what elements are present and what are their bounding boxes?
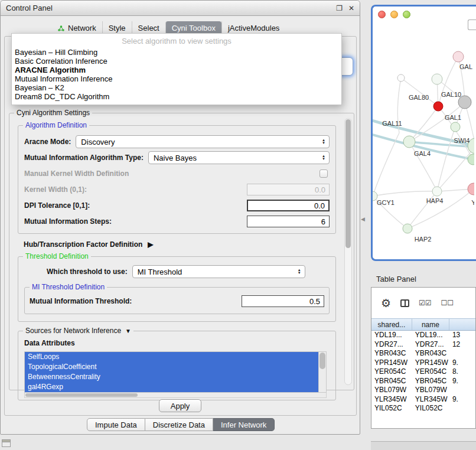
column-header-3[interactable] [449, 319, 475, 330]
dropdown-item-dream8[interactable]: Dream8 DC_TDC Algorithm [12, 92, 341, 101]
cell[interactable] [449, 349, 475, 358]
network-node[interactable] [432, 74, 442, 84]
mi-type-combobox[interactable]: Naive Bayes ▲▼ [148, 151, 330, 164]
table-row[interactable]: YDL19... YDL19... 13 [371, 331, 475, 340]
table-row[interactable]: YPR145W YPR145W 9. [371, 358, 475, 368]
cell[interactable]: YPR145W [371, 358, 412, 368]
scrollbar-thumb[interactable] [319, 353, 325, 369]
network-node[interactable] [468, 154, 474, 165]
scrollbar-thumb[interactable] [25, 393, 138, 397]
cell[interactable]: 9. [449, 358, 475, 368]
tab-infer-network[interactable]: Infer Network [213, 418, 275, 431]
dpi-tolerance-field[interactable]: 0.0 [247, 200, 330, 211]
table-row[interactable]: YBR045C YBR045C 9. [371, 377, 475, 386]
dpi-tolerance-row: DPI Tolerance [0,1]: 0.0 [24, 199, 330, 212]
cell[interactable]: 13 [449, 331, 475, 340]
combobox-value: Naive Bayes [154, 154, 197, 162]
tab-impute-data[interactable]: Impute Data [87, 418, 145, 431]
apply-button[interactable]: Apply [159, 399, 201, 412]
column-header-shared[interactable]: shared... [371, 319, 412, 330]
algorithm-definition-group: Algorithm Definition Aracne Mode: Discov… [18, 125, 336, 234]
network-node[interactable] [403, 136, 415, 148]
mi-threshold-field[interactable]: 0.5 [242, 295, 324, 307]
dpi-tolerance-label: DPI Tolerance [0,1]: [24, 201, 90, 210]
zoom-traffic-light[interactable] [403, 11, 410, 18]
which-threshold-combobox[interactable]: MI Threshold ▲▼ [132, 265, 305, 278]
cell[interactable] [449, 386, 475, 395]
collapse-right-icon[interactable]: ▶ [148, 240, 153, 249]
desktop: Control Panel ❐ ✕ Network Style Select C… [0, 0, 476, 450]
dropdown-item-basic-correlation[interactable]: Basic Correlation Inference [12, 57, 341, 66]
cell[interactable]: YDR27... [371, 340, 412, 350]
table-row[interactable]: YBL079W YBL079W [371, 386, 475, 395]
list-vertical-scrollbar[interactable] [318, 352, 326, 392]
list-item-selfloops[interactable]: SelfLoops [25, 352, 318, 362]
cell[interactable] [449, 404, 475, 413]
cell[interactable]: 9. [449, 377, 475, 386]
cell[interactable]: YLR345W [412, 395, 449, 405]
cell[interactable]: YER054C [371, 367, 412, 377]
cell[interactable]: 9. [449, 395, 475, 405]
table-row[interactable]: YDR27... YDR27... 12 [371, 340, 475, 350]
tab-discretize-data[interactable]: Discretize Data [145, 418, 213, 431]
cell[interactable]: YBR045C [412, 377, 449, 386]
dropdown-item-aracne[interactable]: ARACNE Algorithm [12, 66, 341, 74]
network-node[interactable] [451, 122, 460, 132]
gear-icon[interactable]: ⚙ [381, 298, 391, 309]
dropdown-item-bayesian-hill[interactable]: Bayesian – Hill Climbing [12, 48, 341, 57]
network-node[interactable] [397, 74, 405, 81]
network-node[interactable] [432, 187, 442, 196]
dock-panel-icon[interactable] [2, 439, 11, 447]
cell[interactable]: YDL19... [371, 331, 412, 340]
select-all-icon[interactable]: ☑☑ [419, 299, 432, 307]
cell[interactable]: YLR345W [371, 395, 412, 405]
cell[interactable]: YIL052C [371, 404, 412, 413]
titlebar[interactable]: Control Panel ❐ ✕ [1, 1, 360, 16]
cell[interactable]: YDL19... [412, 331, 449, 340]
aracne-mode-combobox[interactable]: Discovery ▲▼ [76, 135, 330, 148]
combo-arrows-icon: ▲▼ [320, 155, 327, 161]
cell[interactable]: YBR045C [371, 377, 412, 386]
list-item-topologicalcoefficient[interactable]: TopologicalCoefficient [25, 362, 318, 372]
mi-steps-field[interactable]: 6 [247, 216, 330, 227]
cell[interactable]: YBR043C [371, 349, 412, 358]
network-node[interactable] [453, 51, 464, 62]
network-node[interactable] [433, 102, 443, 111]
cell[interactable]: YER054C [412, 367, 449, 377]
close-traffic-light[interactable] [378, 11, 386, 18]
dropdown-item-bayesian-k2[interactable]: Bayesian – K2 [12, 83, 341, 92]
column-header-name[interactable]: name [412, 319, 449, 330]
splitter-collapse-icon[interactable]: ◀ [361, 216, 365, 222]
group-title: Sources for Network Inference ▼ [23, 327, 133, 335]
cell[interactable]: YDR27... [412, 340, 449, 350]
deselect-all-icon[interactable]: ☐☐ [441, 299, 454, 307]
cell[interactable]: YIL052C [412, 404, 449, 413]
table-row[interactable]: YIL052C YIL052C [371, 404, 475, 413]
scrollbar-thumb[interactable] [345, 119, 351, 248]
table-row[interactable]: YBR043C YBR043C [371, 349, 475, 358]
list-item-betweennesscentrality[interactable]: BetweennessCentrality [25, 372, 318, 382]
cell[interactable]: 12 [449, 340, 475, 350]
network-node[interactable] [403, 224, 412, 233]
cell[interactable]: YBL079W [412, 386, 449, 395]
dropdown-item-mutual-information[interactable]: Mutual Information Inference [12, 74, 341, 83]
close-icon[interactable]: ✕ [348, 4, 354, 12]
cell[interactable]: YBR043C [412, 349, 449, 358]
aracne-mode-label: Aracne Mode: [24, 138, 71, 146]
float-window-icon[interactable]: ❐ [336, 4, 343, 12]
table-header: shared... name [371, 318, 475, 331]
settings-scrollbar[interactable] [344, 118, 352, 385]
cell[interactable]: YPR145W [412, 358, 449, 368]
collapse-down-icon[interactable]: ▼ [125, 328, 131, 334]
network-icon [57, 25, 65, 32]
columns-icon[interactable] [400, 299, 409, 307]
network-canvas[interactable]: GAL GAL80 GAL10 GAL11 GAL1 SWI4 GAL4 GCY… [373, 22, 474, 258]
cell[interactable]: YBL079W [371, 386, 412, 395]
table-row[interactable]: YER054C YER054C 8. [371, 367, 475, 377]
list-item-gal4rgexp[interactable]: gal4RGexp [25, 382, 318, 392]
list-horizontal-scrollbar[interactable] [24, 393, 327, 398]
table-row[interactable]: YLR345W YLR345W 9. [371, 395, 475, 405]
hub-transcription-factor-section[interactable]: Hub/Transcription Factor Definition ▶ [24, 240, 336, 249]
cell[interactable]: 8. [449, 367, 475, 377]
minimize-traffic-light[interactable] [390, 11, 398, 18]
